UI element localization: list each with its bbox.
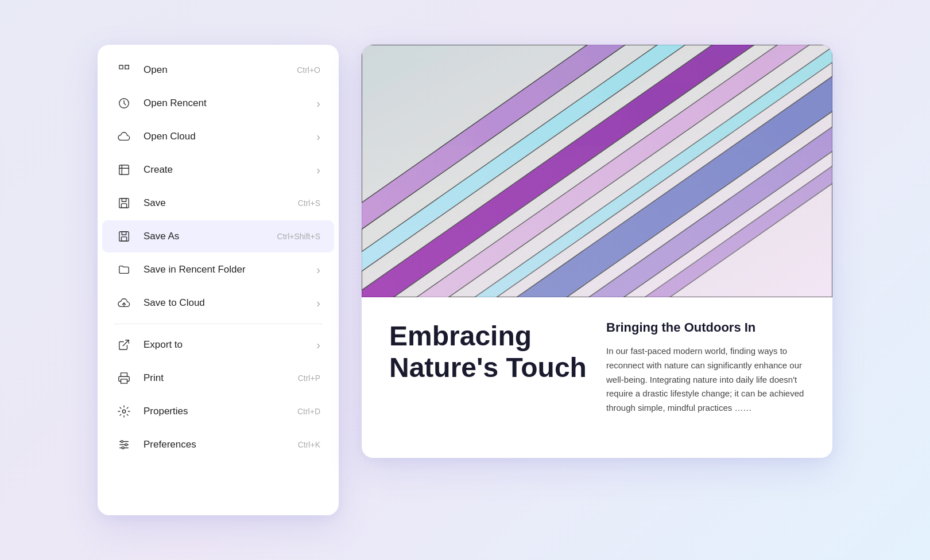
- menu-item-shortcut-open: Ctrl+O: [297, 65, 320, 75]
- svg-rect-17: [121, 379, 127, 383]
- hero-image: [362, 45, 832, 297]
- menu-item-save-as[interactable]: Save AsCtrl+Shift+S: [102, 220, 334, 252]
- folder-icon: [116, 262, 132, 278]
- menu-item-shortcut-save: Ctrl+S: [298, 199, 320, 208]
- svg-point-23: [125, 444, 127, 446]
- export-icon: [116, 337, 132, 353]
- menu-panel: OpenCtrl+OOpen Rencent›Open Cloud›Create…: [98, 45, 339, 515]
- menu-item-chevron-open-cloud: ›: [316, 130, 320, 143]
- menu-item-label-open-cloud: Open Cloud: [144, 131, 316, 142]
- content-panel: Embracing Nature's Touch Bringing the Ou…: [362, 45, 832, 458]
- menu-item-save[interactable]: SaveCtrl+S: [102, 187, 334, 219]
- save-as-icon: [116, 228, 132, 244]
- menu-item-open-recent[interactable]: Open Rencent›: [102, 87, 334, 119]
- svg-rect-13: [119, 232, 129, 242]
- svg-rect-12: [121, 204, 126, 208]
- menu-item-chevron-open-recent: ›: [316, 97, 320, 110]
- svg-rect-14: [122, 232, 126, 235]
- menu-item-label-print: Print: [144, 372, 298, 384]
- menu-item-chevron-export-to: ›: [316, 339, 320, 352]
- open-icon: [116, 62, 132, 78]
- menu-item-chevron-create: ›: [316, 164, 320, 177]
- menu-item-create[interactable]: Create›: [102, 154, 334, 186]
- menu-item-save-to-cloud[interactable]: Save to Cloud›: [102, 287, 334, 319]
- menu-item-label-save-as: Save As: [144, 231, 277, 242]
- sidebar-heading: Bringing the Outdoors In: [606, 320, 805, 335]
- menu-item-shortcut-preferences: Ctrl+K: [298, 440, 320, 449]
- menu-item-label-preferences: Preferences: [144, 439, 298, 450]
- menu-item-open-cloud[interactable]: Open Cloud›: [102, 120, 334, 153]
- svg-line-16: [123, 340, 129, 346]
- menu-item-label-open: Open: [144, 64, 297, 76]
- menu-item-shortcut-properties: Ctrl+D: [297, 407, 320, 416]
- svg-rect-10: [119, 199, 129, 208]
- article-body: Embracing Nature's Touch Bringing the Ou…: [362, 297, 832, 438]
- menu-item-label-export-to: Export to: [144, 339, 316, 351]
- menu-item-chevron-save-recent-folder: ›: [316, 263, 320, 277]
- menu-item-label-open-recent: Open Rencent: [144, 98, 316, 109]
- hero-illustration: [362, 45, 832, 297]
- article-sidebar: Bringing the Outdoors In In our fast-pac…: [606, 320, 805, 415]
- svg-rect-7: [119, 165, 129, 175]
- svg-rect-15: [121, 237, 126, 241]
- cloud-icon: [116, 129, 132, 145]
- menu-item-save-recent-folder[interactable]: Save in Rencent Folder›: [102, 254, 334, 286]
- sidebar-body: In our fast-paced modern world, finding …: [606, 344, 805, 415]
- preferences-icon: [116, 437, 132, 453]
- clock-icon: [116, 95, 132, 111]
- menu-item-chevron-save-to-cloud: ›: [316, 297, 320, 310]
- print-icon: [116, 370, 132, 386]
- menu-item-shortcut-save-as: Ctrl+Shift+S: [277, 232, 320, 241]
- menu-item-label-save-to-cloud: Save to Cloud: [144, 297, 316, 309]
- menu-item-print[interactable]: PrintCtrl+P: [102, 362, 334, 394]
- cloud-upload-icon: [116, 295, 132, 311]
- scene: OpenCtrl+OOpen Rencent›Open Cloud›Create…: [63, 10, 867, 550]
- menu-item-shortcut-print: Ctrl+P: [298, 374, 320, 383]
- article-title: Embracing Nature's Touch: [389, 320, 588, 415]
- create-icon: [116, 162, 132, 178]
- menu-item-label-save-recent-folder: Save in Rencent Folder: [144, 264, 316, 275]
- menu-item-export-to[interactable]: Export to›: [102, 329, 334, 361]
- svg-point-24: [122, 447, 124, 449]
- properties-icon: [116, 403, 132, 419]
- save-icon: [116, 195, 132, 211]
- svg-point-22: [121, 441, 123, 443]
- menu-item-preferences[interactable]: PreferencesCtrl+K: [102, 429, 334, 461]
- menu-item-properties[interactable]: PropertiesCtrl+D: [102, 395, 334, 427]
- svg-rect-0: [119, 65, 123, 69]
- svg-point-18: [122, 410, 126, 413]
- menu-item-label-properties: Properties: [144, 406, 297, 417]
- menu-item-label-save: Save: [144, 197, 298, 209]
- menu-item-label-create: Create: [144, 164, 316, 176]
- menu-divider-save-to-cloud: [114, 324, 323, 324]
- menu-item-open[interactable]: OpenCtrl+O: [102, 54, 334, 86]
- svg-rect-11: [122, 199, 126, 202]
